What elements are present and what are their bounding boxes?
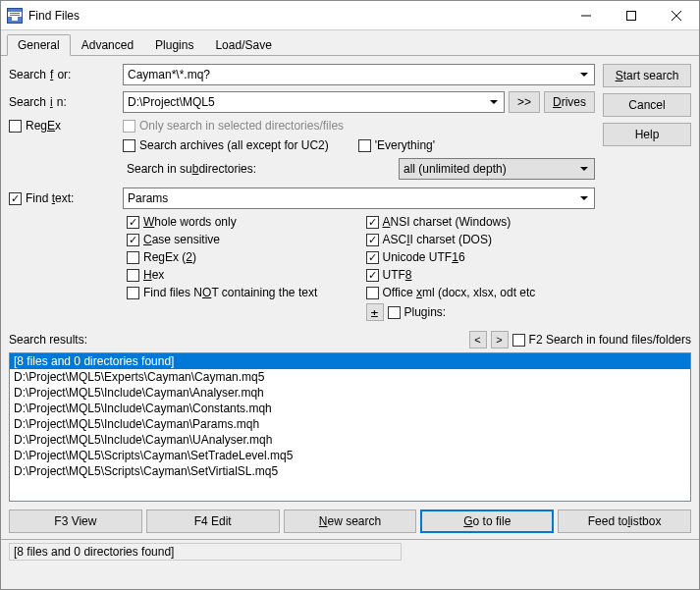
svg-marker-4 xyxy=(580,73,588,77)
checkbox-icon xyxy=(366,234,379,246)
only-selected-label: Only search in selected directories/file… xyxy=(139,119,344,133)
checkbox-icon xyxy=(366,287,379,299)
plugins-plus-minus-button[interactable]: ± xyxy=(366,303,384,321)
svg-marker-6 xyxy=(580,167,588,171)
f4-edit-button[interactable]: F4 Edit xyxy=(146,510,280,533)
utf8-label: UTF8 xyxy=(383,268,412,282)
new-search-button[interactable]: New search xyxy=(284,510,417,533)
f2-label: F2 Search in found files/folders xyxy=(529,333,691,347)
feed-to-listbox-button[interactable]: Feed to listbox xyxy=(558,510,691,533)
search-in-value: D:\Project\MQL5 xyxy=(128,95,215,109)
expand-path-button[interactable]: >> xyxy=(509,91,540,113)
search-for-label: Search for: xyxy=(9,68,117,81)
checkbox-icon xyxy=(9,192,22,205)
prev-result-button[interactable]: < xyxy=(469,331,487,349)
checkbox-icon xyxy=(366,251,379,264)
ascii-checkbox[interactable]: ASCII charset (DOS) xyxy=(366,233,596,246)
maximize-button[interactable] xyxy=(609,1,654,30)
checkbox-icon xyxy=(358,139,371,152)
ascii-label: ASCII charset (DOS) xyxy=(383,233,492,246)
chevron-down-icon[interactable] xyxy=(576,159,592,179)
result-item[interactable]: D:\Project\MQL5\Experts\Cayman\Cayman.mq… xyxy=(10,369,690,385)
checkbox-icon xyxy=(127,234,139,246)
minimize-button[interactable] xyxy=(564,1,609,30)
results-summary[interactable]: [8 files and 0 directories found] xyxy=(10,353,690,369)
utf8-checkbox[interactable]: UTF8 xyxy=(366,268,596,282)
svg-marker-7 xyxy=(580,196,588,200)
tab-advanced[interactable]: Advanced xyxy=(71,34,144,55)
checkbox-icon xyxy=(127,251,139,264)
not-containing-checkbox[interactable]: Find files NOT containing the text xyxy=(127,286,356,299)
help-button[interactable]: Help xyxy=(603,123,691,146)
svg-marker-5 xyxy=(490,100,498,104)
search-in-input[interactable]: D:\Project\MQL5 xyxy=(123,91,505,113)
office-xml-label: Office xml (docx, xlsx, odt etc xyxy=(383,286,536,299)
checkbox-icon xyxy=(512,334,525,347)
cancel-button[interactable]: Cancel xyxy=(603,93,691,117)
ansi-label: ANSI charset (Windows) xyxy=(383,215,512,229)
chevron-down-icon[interactable] xyxy=(576,188,592,208)
start-search-button[interactable]: Start search xyxy=(603,64,691,87)
result-item[interactable]: D:\Project\MQL5\Scripts\Cayman\SetTradeL… xyxy=(10,448,690,463)
checkbox-icon xyxy=(127,269,139,282)
result-item[interactable]: D:\Project\MQL5\Include\Cayman\Params.mq… xyxy=(10,416,690,432)
tab-bar: General Advanced Plugins Load/Save xyxy=(1,30,699,56)
find-text-input[interactable]: Params xyxy=(123,188,595,209)
result-item[interactable]: D:\Project\MQL5\Include\Cayman\Constants… xyxy=(10,401,690,416)
result-item[interactable]: D:\Project\MQL5\Include\Cayman\Analyser.… xyxy=(10,385,690,401)
status-text: [8 files and 0 directories found] xyxy=(9,543,402,561)
find-text-value: Params xyxy=(128,191,168,205)
not-containing-label: Find files NOT containing the text xyxy=(143,286,317,299)
result-item[interactable]: D:\Project\MQL5\Include\Cayman\UAnalyser… xyxy=(10,432,690,448)
plugins-label: Plugins: xyxy=(404,305,447,319)
find-text-checkbox[interactable]: Find text: xyxy=(9,191,74,205)
tab-general[interactable]: General xyxy=(7,34,71,56)
svg-rect-1 xyxy=(627,11,636,20)
close-button[interactable] xyxy=(654,1,699,30)
chevron-down-icon[interactable] xyxy=(486,92,502,112)
regex2-label: RegEx (2) xyxy=(143,250,196,264)
everything-label: 'Everything' xyxy=(375,138,435,152)
tab-plugins[interactable]: Plugins xyxy=(144,34,204,55)
office-xml-checkbox[interactable]: Office xml (docx, xlsx, odt etc xyxy=(366,286,596,299)
checkbox-icon xyxy=(388,306,401,319)
subdir-depth-value: all (unlimited depth) xyxy=(404,162,507,176)
whole-words-checkbox[interactable]: Whole words only xyxy=(127,215,356,229)
case-sensitive-label: Case sensitive xyxy=(143,233,220,246)
next-result-button[interactable]: > xyxy=(491,331,509,349)
checkbox-icon xyxy=(366,216,379,229)
chevron-down-icon[interactable] xyxy=(576,65,592,84)
hex-checkbox[interactable]: Hex xyxy=(127,268,356,282)
checkbox-icon xyxy=(9,120,22,133)
checkbox-icon xyxy=(127,216,139,229)
checkbox-icon xyxy=(123,120,135,133)
go-to-file-button[interactable]: Go to file xyxy=(420,510,554,533)
tab-loadsave[interactable]: Load/Save xyxy=(204,34,282,55)
case-sensitive-checkbox[interactable]: Case sensitive xyxy=(127,233,356,246)
everything-checkbox[interactable]: 'Everything' xyxy=(358,138,435,152)
search-for-value: Cayman*\*.mq? xyxy=(128,68,210,81)
search-for-input[interactable]: Cayman*\*.mq? xyxy=(123,64,595,85)
subdir-depth-combo[interactable]: all (unlimited depth) xyxy=(399,158,595,180)
status-bar: [8 files and 0 directories found] xyxy=(1,539,699,563)
search-in-label: Search in: xyxy=(9,95,117,109)
window-title: Find Files xyxy=(28,9,564,23)
regex-label: RegEx xyxy=(26,119,61,133)
f3-view-button[interactable]: F3 View xyxy=(9,510,142,533)
archives-checkbox[interactable]: Search archives (all except for UC2) xyxy=(123,138,329,152)
plugins-checkbox[interactable]: Plugins: xyxy=(388,305,447,319)
drives-button[interactable]: Drives xyxy=(544,91,595,113)
f2-search-found-checkbox[interactable]: F2 Search in found files/folders xyxy=(512,333,691,347)
whole-words-label: Whole words only xyxy=(143,215,237,229)
checkbox-icon xyxy=(123,139,135,152)
results-list[interactable]: [8 files and 0 directories found] D:\Pro… xyxy=(9,352,691,502)
utf16-checkbox[interactable]: Unicode UTF16 xyxy=(366,250,596,264)
ansi-checkbox[interactable]: ANSI charset (Windows) xyxy=(366,215,596,229)
regex-checkbox[interactable]: RegEx xyxy=(9,119,61,133)
result-item[interactable]: D:\Project\MQL5\Scripts\Cayman\SetVirtia… xyxy=(10,463,690,479)
find-text-label: Find text: xyxy=(26,191,74,205)
utf16-label: Unicode UTF16 xyxy=(383,250,465,264)
regex2-checkbox[interactable]: RegEx (2) xyxy=(127,250,356,264)
archives-label: Search archives (all except for UC2) xyxy=(139,138,329,152)
app-icon xyxy=(7,8,23,24)
